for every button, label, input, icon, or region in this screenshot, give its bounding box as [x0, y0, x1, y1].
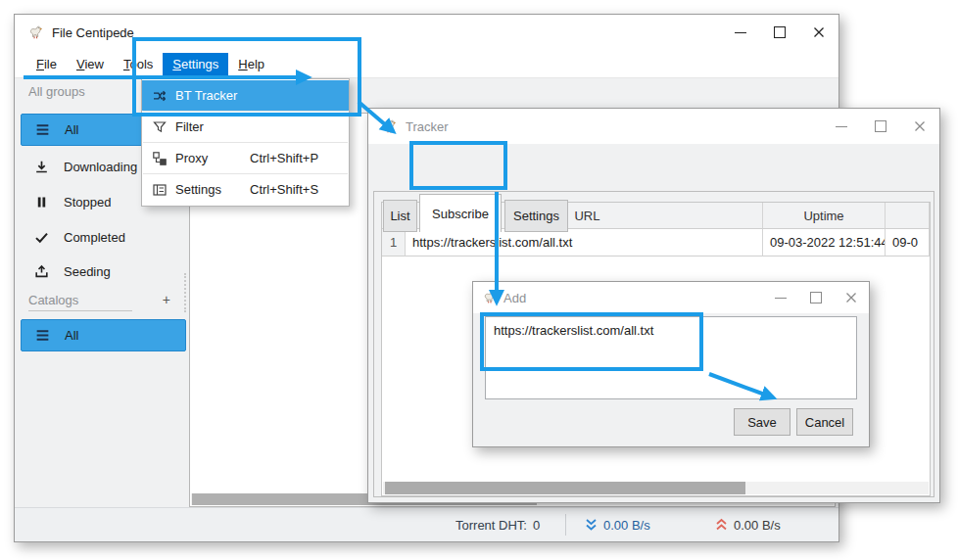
- menu-item-label: Filter: [175, 119, 226, 134]
- close-icon: [845, 292, 857, 303]
- menu-tools[interactable]: Tools: [114, 53, 163, 75]
- menu-item-label: Settings: [175, 182, 226, 197]
- catalog-item-all[interactable]: All: [21, 319, 186, 351]
- sidebar-item-label: Seeding: [64, 264, 111, 279]
- sidebar-item-seeding[interactable]: Seeding: [21, 257, 184, 285]
- close-icon: [914, 120, 926, 132]
- tab-label: Settings: [513, 209, 559, 223]
- close-button[interactable]: [900, 109, 939, 144]
- cancel-button[interactable]: Cancel: [796, 408, 853, 436]
- close-button[interactable]: [834, 282, 869, 313]
- tracker-shuffle-icon: [152, 88, 168, 104]
- groups-filter-label: All groups: [28, 84, 85, 99]
- minimize-button[interactable]: [822, 109, 861, 144]
- menu-item-proxy[interactable]: Proxy Ctrl+Shift+P: [142, 143, 349, 173]
- sidebar-item-completed[interactable]: Completed: [21, 223, 184, 251]
- cell-row-number: 1: [382, 229, 406, 257]
- tracker-window-title: Tracker: [406, 119, 449, 134]
- menu-item-label: Proxy: [175, 151, 226, 165]
- app-goose-icon: [28, 25, 43, 40]
- header-extra[interactable]: [886, 203, 930, 229]
- main-titlebar: File Centipede: [15, 15, 838, 50]
- add-catalog-button[interactable]: +: [163, 292, 170, 307]
- scrollbar-thumb[interactable]: [385, 482, 745, 494]
- tracker-tabs: List Subscribe Settings: [368, 148, 939, 193]
- menu-item-shortcut: Ctrl+Shift+P: [250, 151, 318, 165]
- catalogs-header: Catalogs +: [21, 289, 184, 310]
- upload-speed-value: 0.00 B/s: [734, 518, 781, 533]
- menu-help[interactable]: Help: [228, 53, 274, 75]
- sidebar-splitter[interactable]: [184, 273, 186, 312]
- tab-subscribe[interactable]: Subscribe: [419, 194, 502, 232]
- close-button[interactable]: [799, 15, 838, 50]
- catalogs-label: Catalogs: [28, 293, 78, 307]
- catalog-item-label: All: [65, 328, 78, 343]
- tab-list[interactable]: List: [383, 200, 417, 232]
- tracker-url-input[interactable]: https://trackerslist.com/all.txt: [485, 316, 857, 399]
- proxy-network-icon: [152, 151, 168, 166]
- table-hscrollbar[interactable]: [383, 482, 929, 494]
- add-dialog-controls: [763, 282, 869, 313]
- menu-item-settings[interactable]: Settings Ctrl+Shift+S: [142, 174, 349, 205]
- status-divider: [565, 514, 566, 536]
- menu-item-filter[interactable]: Filter: [142, 112, 349, 142]
- menu-item-bt-tracker[interactable]: BT Tracker: [142, 80, 349, 111]
- menu-item-shortcut: Ctrl+Shift+S: [250, 182, 318, 197]
- close-icon: [813, 26, 825, 38]
- save-button[interactable]: Save: [734, 408, 790, 436]
- maximize-button[interactable]: [798, 282, 834, 313]
- sidebar-item-label: All: [65, 122, 78, 137]
- cell-extra: 09-0: [886, 229, 930, 257]
- header-uptime[interactable]: Uptime: [763, 203, 886, 229]
- app-goose-icon: [483, 291, 497, 304]
- maximize-button[interactable]: [861, 109, 900, 144]
- pause-icon: [33, 194, 50, 210]
- dht-label: Torrent DHT:: [455, 518, 527, 533]
- download-icon: [33, 159, 50, 175]
- tab-label: List: [390, 209, 409, 223]
- menu-item-label: BT Tracker: [175, 88, 237, 103]
- add-dialog-titlebar: Add: [473, 282, 869, 313]
- groups-filter[interactable]: All groups: [15, 77, 838, 104]
- upload-icon: [33, 263, 50, 280]
- add-dialog: Add https://trackerslist.com/all.txt Sav…: [472, 281, 870, 447]
- tracker-titlebar: Tracker: [368, 109, 939, 144]
- dht-value: 0: [533, 518, 540, 533]
- tab-settings[interactable]: Settings: [504, 200, 568, 232]
- maximize-button[interactable]: [760, 15, 799, 50]
- minimize-button[interactable]: [721, 15, 760, 50]
- status-bar: Torrent DHT: 0 0.00 B/s 0.00 B/s: [15, 507, 838, 541]
- download-speed: 0.00 B/s: [585, 508, 650, 541]
- tracker-window-controls: [822, 109, 939, 144]
- dht-status: Torrent DHT: 0: [455, 508, 540, 541]
- app-goose-icon: [382, 119, 397, 134]
- sidebar-item-label: Stopped: [64, 195, 111, 210]
- table-row[interactable]: 1 https://trackerslist.com/all.txt 09-03…: [382, 229, 930, 257]
- settings-dropdown-menu: BT Tracker Filter Proxy Ctrl+Shift+P Set…: [141, 78, 350, 207]
- check-icon: [33, 229, 50, 246]
- screen: { "colors": { "annotation": "#1b9ce8", "…: [0, 0, 958, 560]
- menu-lines-icon: [34, 121, 51, 138]
- download-speed-value: 0.00 B/s: [603, 518, 650, 533]
- minimize-button[interactable]: [763, 282, 798, 313]
- menu-file[interactable]: File: [26, 53, 67, 75]
- double-chevron-up-icon: [715, 518, 728, 532]
- upload-speed: 0.00 B/s: [715, 508, 781, 541]
- filter-funnel-icon: [152, 119, 168, 135]
- main-window-controls: [721, 15, 838, 50]
- double-chevron-down-icon: [585, 518, 598, 532]
- menu-view[interactable]: View: [67, 53, 114, 75]
- sidebar-item-label: Completed: [64, 230, 125, 245]
- menu-settings[interactable]: Settings: [163, 53, 228, 75]
- tab-label: Subscribe: [432, 207, 489, 221]
- menu-lines-icon: [34, 327, 51, 344]
- add-dialog-title: Add: [503, 291, 526, 305]
- main-window-title: File Centipede: [52, 25, 134, 40]
- cell-uptime: 09-03-2022 12:51:44: [763, 229, 886, 257]
- sidebar-item-label: Downloading: [64, 160, 137, 174]
- cell-url: https://trackerslist.com/all.txt: [406, 229, 763, 257]
- settings-form-icon: [152, 182, 168, 198]
- menu-bar: File View Tools Settings Help: [15, 50, 838, 77]
- catalogs-divider: [28, 310, 132, 311]
